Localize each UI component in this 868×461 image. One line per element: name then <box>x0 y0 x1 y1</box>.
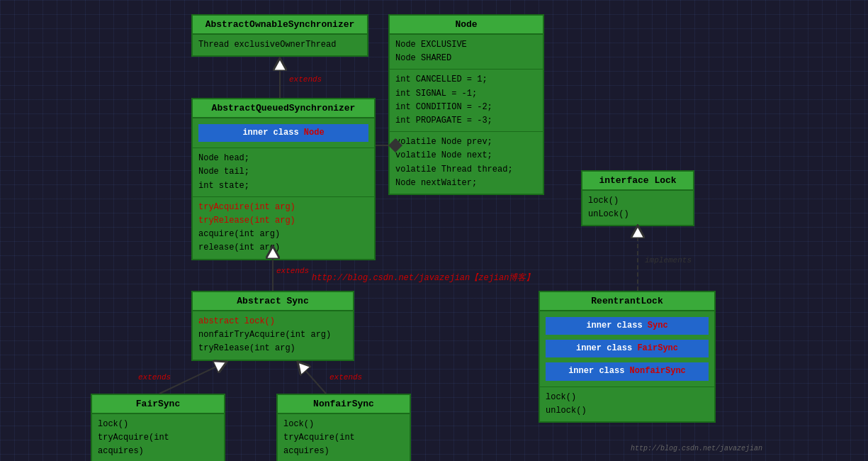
field-item: Node head; <box>198 152 368 165</box>
method-item: lock() <box>98 418 218 431</box>
interface-lock-methods: lock() unLock() <box>582 191 693 225</box>
nonfairsync-extends-arrow <box>298 362 326 394</box>
abstract-queued-synchronizer-box: AbstractQueuedSynchronizer inner class N… <box>191 98 376 260</box>
aqs-fields: Node head; Node tail; int state; <box>193 148 374 197</box>
field-item: volatile Thread thread; <box>395 163 537 177</box>
field-item: volatile Node prev; <box>395 135 537 149</box>
field-item: Node EXCLUSIVE <box>395 38 537 52</box>
field-item: int PROPAGATE = -3; <box>395 114 537 128</box>
method-item: lock() <box>588 194 687 208</box>
abstract-sync-methods: abstract lock() nonfairTryAcquire(int ar… <box>193 311 353 360</box>
field-item: int CANCELLED = 1; <box>395 73 537 87</box>
field-item: int SIGNAL = -1; <box>395 87 537 101</box>
reentrant-lock-methods: lock() unlock() <box>540 387 714 421</box>
reentrant-lock-title: ReentrantLock <box>540 292 714 311</box>
inner-fairsync-badge: inner class FairSync <box>546 340 709 357</box>
inner-nonfairsync-badge: inner class NonfairSync <box>546 362 709 380</box>
aqs-inner-class-section: inner class Node <box>193 118 374 148</box>
nonfair-sync-box: NonfairSync lock() tryAcquire(int acquir… <box>276 394 411 461</box>
method-item: lock() <box>283 418 404 431</box>
method-item: unLock() <box>588 208 687 221</box>
field-item: int CONDITION = -2; <box>395 101 537 114</box>
method-item: release(int arg) <box>198 241 368 255</box>
reentrant-lock-box: ReentrantLock inner class Sync inner cla… <box>539 291 716 423</box>
node-section2: int CANCELLED = 1; int SIGNAL = -1; int … <box>390 70 543 132</box>
method-item: tryRelease(int arg) <box>198 342 347 355</box>
interface-lock-box: interface Lock lock() unLock() <box>581 170 694 226</box>
inner-sync-badge: inner class Sync <box>546 317 709 335</box>
method-item: unlock() <box>546 404 709 418</box>
fair-sync-box: FairSync lock() tryAcquire(int acquires) <box>91 394 225 461</box>
abstract-ownable-synchronizer-fields: Thread exclusiveOwnerThread <box>193 35 367 55</box>
extends-aos-label: extends <box>289 75 322 84</box>
fair-sync-methods: lock() tryAcquire(int acquires) <box>92 414 224 461</box>
watermark-1: http://blog.csdn.net/javazejian【zejian博客… <box>312 272 534 284</box>
field-item: Node tail; <box>198 165 368 179</box>
method-item: acquire(int arg) <box>198 228 368 241</box>
field-item: int state; <box>198 179 368 193</box>
watermark-2: http://blog.csdn.net/javazejian <box>631 445 762 452</box>
method-item: nonfairTryAcquire(int arg) <box>198 328 347 342</box>
method-item: tryRelease(int arg) <box>198 214 368 228</box>
field-item: Node nextWaiter; <box>395 177 537 190</box>
field-item: Thread exclusiveOwnerThread <box>198 38 361 52</box>
field-item: volatile Node next; <box>395 149 537 162</box>
interface-lock-title: interface Lock <box>582 172 693 191</box>
nonfairsync-extends-label: extends <box>329 373 362 382</box>
aqs-inner-node-badge: inner class Node <box>198 124 368 142</box>
extends-aqs-label: extends <box>276 267 309 275</box>
fairsync-extends-label: extends <box>138 373 171 382</box>
node-title: Node <box>390 16 543 35</box>
field-item: Node SHARED <box>395 52 537 65</box>
fairsync-extends-arrow <box>159 362 227 394</box>
node-section1: Node EXCLUSIVE Node SHARED <box>390 35 543 70</box>
method-item: tryAcquire(int arg) <box>198 201 368 214</box>
nonfair-sync-title: NonfairSync <box>278 395 410 414</box>
method-item: abstract lock() <box>198 315 347 328</box>
method-item: lock() <box>546 391 709 404</box>
abstract-queued-synchronizer-title: AbstractQueuedSynchronizer <box>193 99 374 118</box>
method-item: tryAcquire(int acquires) <box>98 431 218 458</box>
method-item: tryAcquire(int acquires) <box>283 431 404 458</box>
abstract-ownable-synchronizer-box: AbstractOwnableSynchronizer Thread exclu… <box>191 14 368 57</box>
node-section3: volatile Node prev; volatile Node next; … <box>390 132 543 194</box>
fair-sync-title: FairSync <box>92 395 224 414</box>
aqs-methods: tryAcquire(int arg) tryRelease(int arg) … <box>193 197 374 259</box>
reentrant-lock-inner-classes: inner class Sync inner class FairSync in… <box>540 311 714 387</box>
implements-label: implements <box>645 256 692 265</box>
abstract-sync-box: Abstract Sync abstract lock() nonfairTry… <box>191 291 354 361</box>
nonfair-sync-methods: lock() tryAcquire(int acquires) <box>278 414 410 461</box>
abstract-ownable-synchronizer-title: AbstractOwnableSynchronizer <box>193 16 367 35</box>
node-box: Node Node EXCLUSIVE Node SHARED int CANC… <box>388 14 544 195</box>
abstract-sync-title: Abstract Sync <box>193 292 353 311</box>
